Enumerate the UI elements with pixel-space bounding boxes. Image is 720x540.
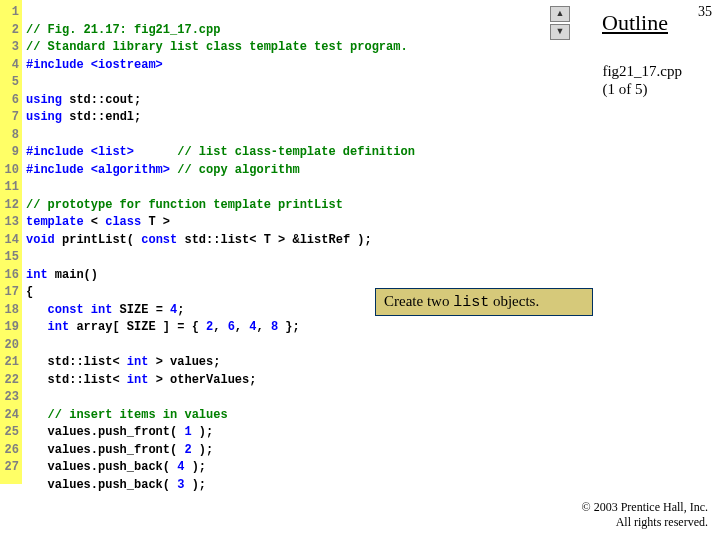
line-number: 23	[0, 389, 22, 407]
code-token: // copy algorithm	[170, 163, 300, 177]
line-number: 1	[0, 4, 22, 22]
code-token: 6	[228, 320, 235, 334]
code-token: ,	[213, 320, 227, 334]
code-token: ;	[177, 303, 184, 317]
line-number: 5	[0, 74, 22, 92]
line-number: 4	[0, 57, 22, 75]
code-line: std::list<	[26, 355, 127, 369]
line-number: 11	[0, 179, 22, 197]
line-number: 12	[0, 197, 22, 215]
code-line: template	[26, 215, 84, 229]
code-line: {	[26, 285, 33, 299]
line-number: 20	[0, 337, 22, 355]
code-token: );	[192, 425, 214, 439]
code-token: );	[192, 443, 214, 457]
line-number-gutter: 1234567891011121314151617181920212223242…	[0, 0, 22, 484]
line-number: 3	[0, 39, 22, 57]
code-token: int	[127, 373, 149, 387]
code-token: class	[105, 215, 141, 229]
code-token: );	[184, 460, 206, 474]
code-line: using	[26, 110, 69, 124]
code-token: // list class-template definition	[134, 145, 415, 159]
line-number: 6	[0, 92, 22, 110]
code-token: T >	[141, 215, 170, 229]
code-token: std::cout;	[69, 93, 141, 107]
line-number: 18	[0, 302, 22, 320]
nav-buttons: ▲ ▼	[550, 6, 570, 40]
code-token: ,	[235, 320, 249, 334]
line-number: 8	[0, 127, 22, 145]
code-token: int	[127, 355, 149, 369]
code-line: #include	[26, 58, 91, 72]
line-number: 26	[0, 442, 22, 460]
code-line: values.push_back(	[26, 460, 177, 474]
code-line: // insert items in values	[26, 408, 228, 422]
footer-line1: © 2003 Prentice Hall, Inc.	[582, 500, 708, 514]
line-number: 10	[0, 162, 22, 180]
line-number: 13	[0, 214, 22, 232]
line-number: 17	[0, 284, 22, 302]
line-number: 14	[0, 232, 22, 250]
code-token: 1	[184, 425, 191, 439]
code-token: const	[141, 233, 177, 247]
line-number: 15	[0, 249, 22, 267]
line-number: 27	[0, 459, 22, 477]
line-number: 19	[0, 319, 22, 337]
code-token: 2	[184, 443, 191, 457]
code-token: <	[84, 215, 106, 229]
code-token: <algorithm>	[91, 163, 170, 177]
code-line: const int	[26, 303, 112, 317]
line-number: 16	[0, 267, 22, 285]
file-part: (1 of 5)	[602, 81, 647, 97]
line-number: 21	[0, 354, 22, 372]
code-line: values.push_front(	[26, 425, 184, 439]
line-number: 9	[0, 144, 22, 162]
callout-mono: list	[453, 294, 489, 311]
code-token: <iostream>	[91, 58, 163, 72]
code-line: // Fig. 21.17: fig21_17.cpp	[26, 23, 220, 37]
code-line: using	[26, 93, 69, 107]
code-token: 8	[271, 320, 278, 334]
code-token: SIZE =	[112, 303, 170, 317]
code-line: void	[26, 233, 55, 247]
footer: © 2003 Prentice Hall, Inc. All rights re…	[582, 500, 708, 530]
code-token: > otherValues;	[148, 373, 256, 387]
code-line: std::list<	[26, 373, 127, 387]
callout-suffix: objects.	[489, 293, 539, 309]
code-line: values.push_front(	[26, 443, 184, 457]
code-token: > values;	[148, 355, 220, 369]
code-token: };	[278, 320, 300, 334]
callout-box: Create two list objects.	[375, 288, 593, 316]
code-token: array[ SIZE ] = {	[69, 320, 206, 334]
code-token: std::list< T > &listRef );	[177, 233, 371, 247]
code-token: printList(	[55, 233, 141, 247]
code-token: <list>	[91, 145, 134, 159]
nav-up-button[interactable]: ▲	[550, 6, 570, 22]
footer-line2: All rights reserved.	[616, 515, 708, 529]
line-number: 24	[0, 407, 22, 425]
code-line: values.push_back(	[26, 478, 177, 492]
code-area: // Fig. 21.17: fig21_17.cpp // Standard …	[26, 4, 415, 494]
code-line: // prototype for function template print…	[26, 198, 343, 212]
line-number: 22	[0, 372, 22, 390]
code-token: main()	[48, 268, 98, 282]
line-number: 2	[0, 22, 22, 40]
file-label: fig21_17.cpp (1 of 5)	[602, 62, 682, 98]
code-line: int	[26, 320, 69, 334]
outline-header: Outline	[602, 10, 668, 36]
line-number: 7	[0, 109, 22, 127]
code-line: // Standard library list class template …	[26, 40, 408, 54]
page-number: 35	[698, 4, 712, 20]
code-token: std::endl;	[69, 110, 141, 124]
code-line: int	[26, 268, 48, 282]
code-line: #include	[26, 145, 91, 159]
line-number: 25	[0, 424, 22, 442]
code-token: );	[184, 478, 206, 492]
code-line: #include	[26, 163, 91, 177]
file-name: fig21_17.cpp	[602, 63, 682, 79]
nav-down-button[interactable]: ▼	[550, 24, 570, 40]
code-token: ,	[256, 320, 270, 334]
callout-text: Create two	[384, 293, 453, 309]
